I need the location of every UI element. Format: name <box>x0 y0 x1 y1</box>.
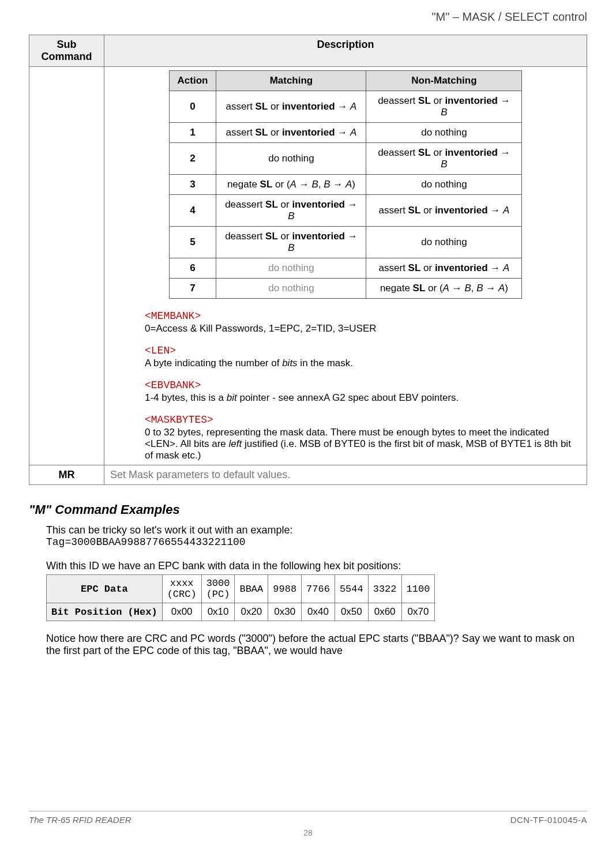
cell: negate SL or (A → B, B → A) <box>366 279 522 299</box>
command-table: Sub Command Description Action Matching … <box>29 35 587 485</box>
action-row: 6do nothingassert SL or inventoried → A <box>169 258 522 279</box>
cell: xxxx(CRC) <box>162 575 201 603</box>
cell: deassert SL or inventoried → B <box>366 143 522 175</box>
cell: 1100 <box>401 575 435 603</box>
col-subcommand: Sub Command <box>29 35 104 67</box>
page-number: 28 <box>0 828 616 837</box>
cell: negate SL or (A → B, B → A) <box>216 175 366 195</box>
action-table: Action Matching Non-Matching 0assert SL … <box>169 70 523 299</box>
description-cell: Action Matching Non-Matching 0assert SL … <box>104 67 587 465</box>
cell: 0x50 <box>335 603 368 621</box>
param-tag: <MEMBANK> <box>145 310 581 322</box>
cell: 0x00 <box>162 603 201 621</box>
epc-row2-label: Bit Position (Hex) <box>47 603 163 621</box>
footer-left: The TR-65 RFID READER <box>29 815 132 825</box>
epc-table: EPC Data xxxx(CRC) 3000(PC) BBAA 9988 77… <box>46 574 435 621</box>
col-description: Description <box>104 35 587 67</box>
cell: 0x60 <box>368 603 401 621</box>
action-row: 1assert SL or inventoried → Ado nothing <box>169 123 522 143</box>
examples-sentence2: With this ID we have an EPC bank with da… <box>46 560 587 572</box>
cell: 3322 <box>368 575 401 603</box>
footer-right: DCN-TF-010045-A <box>510 815 587 825</box>
footer: The TR-65 RFID READER DCN-TF-010045-A <box>29 811 587 825</box>
cell: do nothing <box>366 123 522 143</box>
mr-row: MR Set Mask parameters to default values… <box>29 465 587 485</box>
action-row: 5deassert SL or inventoried → Bdo nothin… <box>169 227 522 258</box>
epc-row1-label: EPC Data <box>47 575 163 603</box>
examples-title: "M" Command Examples <box>29 502 587 517</box>
cell: 5544 <box>335 575 368 603</box>
cell: do nothing <box>216 143 366 175</box>
cell: 3000(PC) <box>201 575 235 603</box>
param-tag: <EBVBANK> <box>145 379 581 391</box>
cell: 9988 <box>268 575 302 603</box>
param-tag: <MASKBYTES> <box>145 414 581 426</box>
cell: 0x70 <box>401 603 435 621</box>
cell: do nothing <box>216 279 366 299</box>
cell: BBAA <box>235 575 268 603</box>
cell: 0x40 <box>302 603 335 621</box>
cell: assert SL or inventoried → A <box>366 195 522 227</box>
param-tag: <LEN> <box>145 345 581 356</box>
cell: do nothing <box>366 227 522 258</box>
cell: deassert SL or inventoried → B <box>216 195 366 227</box>
matching-hdr: Matching <box>216 71 366 91</box>
param-desc: 0=Access & Kill Passwords, 1=EPC, 2=TID,… <box>145 323 581 334</box>
cell: 0x30 <box>268 603 302 621</box>
cell: 0x20 <box>235 603 268 621</box>
cell: do nothing <box>366 175 522 195</box>
cell: assert SL or inventoried → A <box>216 123 366 143</box>
mr-cmd: MR <box>29 465 104 485</box>
action-row: 4deassert SL or inventoried → Bassert SL… <box>169 195 522 227</box>
action-row: 7do nothingnegate SL or (A → B, B → A) <box>169 279 522 299</box>
action-row: 0assert SL or inventoried → Adeassert SL… <box>169 91 522 123</box>
examples-intro: This can be tricky so let's work it out … <box>46 524 587 536</box>
nonmatching-hdr: Non-Matching <box>366 71 522 91</box>
subcommand-cell-blank <box>29 67 104 465</box>
cell: 0x10 <box>201 603 235 621</box>
param-desc: 1-4 bytes, this is a bit pointer - see a… <box>145 392 581 404</box>
mr-desc: Set Mask parameters to default values. <box>104 465 587 485</box>
cell: assert SL or inventoried → A <box>366 258 522 279</box>
param-desc: 0 to 32 bytes, representing the mask dat… <box>145 427 581 461</box>
page-header-title: "M" – MASK / SELECT control <box>432 10 587 24</box>
action-row: 3negate SL or (A → B, B → A)do nothing <box>169 175 522 195</box>
cell: assert SL or inventoried → A <box>216 91 366 123</box>
tag-example: Tag=3000BBAA99887766554433221100 <box>46 536 587 548</box>
cell: deassert SL or inventoried → B <box>216 227 366 258</box>
cell: deassert SL or inventoried → B <box>366 91 522 123</box>
param-desc: A byte indicating the number of bits in … <box>145 358 581 369</box>
action-row: 2do nothingdeassert SL or inventoried → … <box>169 143 522 175</box>
examples-trailing: Notice how there are CRC and PC words ("… <box>46 633 587 657</box>
action-hdr: Action <box>169 71 216 91</box>
cell: do nothing <box>216 258 366 279</box>
cell: 7766 <box>302 575 335 603</box>
